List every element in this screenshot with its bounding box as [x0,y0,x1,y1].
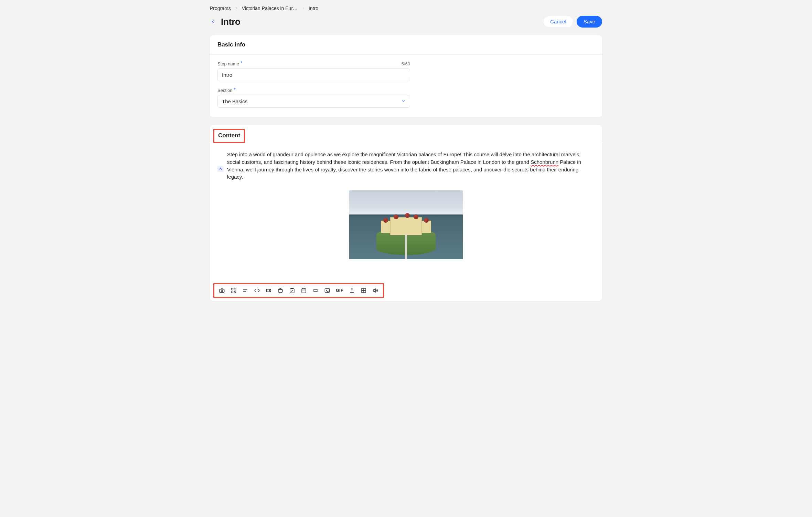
back-button[interactable] [210,18,216,25]
basic-info-heading: Basic info [210,35,602,55]
checklist-icon[interactable] [287,286,297,295]
sparkle-icon[interactable] [217,166,224,172]
required-marker: * [241,60,242,66]
code-icon[interactable] [252,286,262,295]
svg-rect-5 [266,289,269,292]
calendar-icon[interactable] [299,286,309,295]
step-name-label: Step name [217,61,239,66]
upload-icon[interactable] [347,286,357,295]
line-icon[interactable] [241,286,250,295]
audio-icon[interactable] [371,286,380,295]
save-button[interactable]: Save [577,16,602,28]
editor-area[interactable]: Step into a world of grandeur and opulen… [210,143,602,283]
svg-rect-10 [325,289,330,293]
editor-paragraph[interactable]: Step into a world of grandeur and opulen… [227,151,595,181]
qr-icon[interactable] [229,286,238,295]
step-name-input[interactable] [217,68,410,81]
video-icon[interactable] [264,286,274,295]
section-label: Section [217,88,232,93]
step-name-counter: 5/60 [402,61,410,66]
briefcase-icon[interactable] [276,286,285,295]
svg-rect-0 [220,289,224,293]
chevron-right-icon [301,6,305,10]
link-icon[interactable] [311,286,320,295]
svg-rect-8 [302,289,306,293]
content-image[interactable] [217,190,595,259]
camera-icon[interactable] [217,286,227,295]
editor-toolbar: GIF [213,283,384,298]
svg-point-1 [221,290,223,292]
cancel-button[interactable]: Cancel [543,16,573,28]
breadcrumb-item-programs[interactable]: Programs [210,6,231,11]
page-title: Intro [221,17,241,27]
section-select[interactable]: The Basics [217,95,410,108]
breadcrumb-item-course[interactable]: Victorian Palaces in Eur… [242,6,298,11]
content-heading: Content [213,129,245,143]
svg-rect-4 [231,291,233,293]
grid-icon[interactable] [359,286,368,295]
paragraph-pre: Step into a world of grandeur and opulen… [227,151,581,165]
terminal-icon[interactable] [322,286,332,295]
gif-icon[interactable]: GIF [334,286,345,295]
breadcrumb-item-step[interactable]: Intro [309,6,318,11]
svg-rect-3 [234,288,236,290]
spellcheck-word[interactable]: Schonbrunn [531,159,558,165]
content-card: Content Step into a world of grandeur an… [210,125,602,301]
svg-rect-9 [313,290,318,292]
svg-rect-2 [231,288,233,290]
breadcrumb: Programs Victorian Palaces in Eur… Intro [210,5,602,15]
basic-info-card: Basic info Step name * 5/60 Section [210,35,602,117]
chevron-right-icon [234,6,238,10]
required-marker: * [234,87,235,92]
page-header: Intro Cancel Save [210,15,602,30]
svg-rect-6 [278,289,282,292]
